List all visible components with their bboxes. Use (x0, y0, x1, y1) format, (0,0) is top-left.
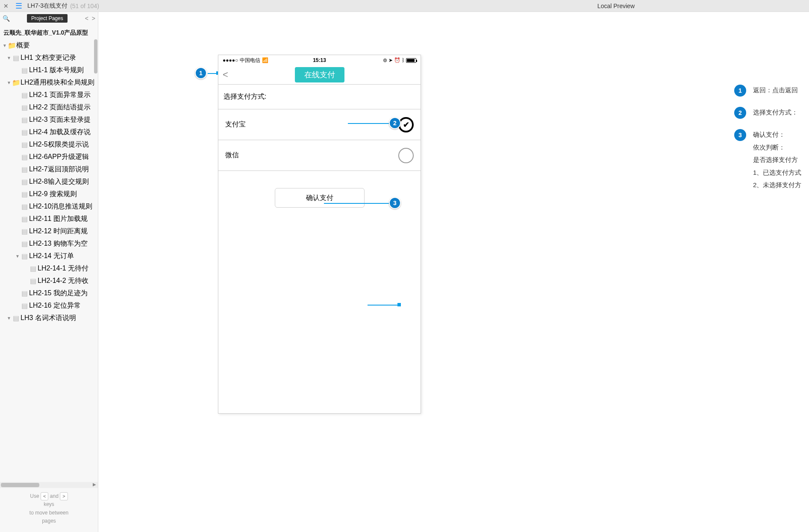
close-icon[interactable]: ✕ (3, 3, 11, 9)
phone-mockup: ●●●●○ 中国电信 📶 15:13 ⊚ ➤ ⏰ ᛒ < 在线支付 选择支付方式… (218, 55, 421, 414)
tree-item-label: LH2通用模块和全局规则 (21, 78, 94, 87)
tree-item-label: LH2-8输入提交规则 (29, 177, 89, 186)
local-preview-label: Local Preview (597, 3, 635, 9)
tree-item-label: LH2-11 图片加载规 (29, 215, 88, 223)
tree-item[interactable]: ▤LH2-13 购物车为空 (0, 238, 98, 250)
next-page-icon[interactable]: > (92, 15, 95, 22)
carrier-label: 中国电信 (240, 57, 260, 64)
payment-option-row[interactable]: 微信 (218, 140, 421, 171)
tree-item[interactable]: ▼📁概要 (0, 39, 98, 52)
annotation-marker[interactable]: 3 (734, 129, 746, 141)
tree-item[interactable]: ▼📁LH2通用模块和全局规则 (0, 76, 98, 89)
tree-item[interactable]: ▼▤LH3 名词术语说明 (0, 312, 98, 324)
nav-icon: ➤ (388, 57, 393, 63)
page-icon: ▤ (21, 289, 28, 297)
tree-item-label: LH1-1 版本号规则 (29, 66, 84, 75)
top-header: ✕ ☰ LH7-3在线支付 (51 of 104) Local Preview (0, 0, 809, 12)
tree-item[interactable]: ▤LH2-12 时间距离规 (0, 225, 98, 238)
tree-item[interactable]: ▤LH2-11 图片加载规 (0, 213, 98, 225)
page-icon: ▤ (21, 103, 28, 112)
tree-item-label: LH2-14-1 无待付 (38, 264, 88, 273)
alarm-icon: ⏰ (394, 57, 400, 63)
tree-item-label: LH2-5权限类提示说 (29, 140, 89, 149)
annotation-marker[interactable]: 1 (734, 85, 746, 97)
page-icon: ▤ (21, 203, 28, 211)
sidebar-vscrollbar[interactable] (94, 39, 98, 482)
page-icon: ▤ (21, 240, 28, 248)
page-icon: ▤ (21, 252, 28, 260)
tree-caret-icon[interactable]: ▼ (6, 80, 12, 85)
tree-item[interactable]: ▤LH2-8输入提交规则 (0, 176, 98, 188)
tree-item[interactable]: ▤LH2-10消息推送规则 (0, 200, 98, 213)
page-icon: ▤ (21, 116, 28, 124)
tree-item[interactable]: ▤LH2-15 我的足迹为 (0, 287, 98, 300)
tree-item-label: LH3 名词术语说明 (21, 314, 76, 323)
tree-item-label: LH2-7返回顶部说明 (29, 165, 89, 174)
connector-line (348, 123, 389, 124)
tree-item[interactable]: ▤LH2-5权限类提示说 (0, 138, 98, 151)
bluetooth-icon: ᛒ (402, 57, 405, 63)
hamburger-icon[interactable]: ☰ (15, 1, 22, 11)
project-pages-pill[interactable]: Project Pages (27, 14, 68, 23)
page-icon: ▤ (12, 314, 20, 322)
annotation-marker[interactable]: 2 (734, 107, 746, 119)
page-icon: ▤ (29, 277, 37, 285)
tree-item[interactable]: ▤LH2-7返回顶部说明 (0, 163, 98, 176)
tree-item-label: LH2-15 我的足迹为 (29, 289, 88, 298)
preview-canvas: 1 ●●●●○ 中国电信 📶 15:13 ⊚ ➤ ⏰ ᛒ (98, 12, 809, 532)
connector-line (324, 203, 389, 204)
selection-handle[interactable] (397, 303, 401, 306)
tree-item-label: LH2-3 页面未登录提 (29, 115, 91, 124)
tree-caret-icon[interactable]: ▼ (2, 43, 8, 48)
tree-item[interactable]: ▤LH2-4 加载及缓存说 (0, 126, 98, 138)
back-icon[interactable]: < (223, 69, 228, 80)
tree-item-label: LH1 文档变更记录 (21, 53, 76, 62)
tree-item[interactable]: ▤LH2-6APP升级逻辑 (0, 151, 98, 163)
prev-page-icon[interactable]: < (85, 15, 88, 22)
tree-item[interactable]: ▼▤LH2-14 无订单 (0, 250, 98, 262)
status-bar: ●●●●○ 中国电信 📶 15:13 ⊚ ➤ ⏰ ᛒ (218, 55, 421, 65)
tree-item[interactable]: ▤LH2-14-1 无待付 (0, 262, 98, 275)
tree-item[interactable]: ▤LH2-14-2 无待收 (0, 275, 98, 287)
tree-item[interactable]: ▤LH2-3 页面未登录提 (0, 114, 98, 126)
project-name: 云顺先_联华超市_V1.0产品原型 (0, 25, 98, 39)
tree-item-label: LH2-2 页面结语提示 (29, 103, 91, 112)
sidebar-hscrollbar[interactable]: ▶ (0, 482, 98, 488)
annotation-item: 3确认支付：依次判断：是否选择支付方1、已选支付方式2、未选择支付方 (734, 129, 809, 192)
annotations-panel: 1返回：点击返回2选择支付方式：3确认支付：依次判断：是否选择支付方1、已选支付… (734, 85, 809, 203)
nav-bar: < 在线支付 (218, 65, 421, 84)
callout-marker-1[interactable]: 1 (195, 67, 207, 79)
tree-item-label: LH2-12 时间距离规 (29, 227, 88, 236)
tree-item[interactable]: ▤LH2-16 定位异常 (0, 300, 98, 312)
tree-item-label: 概要 (16, 41, 30, 50)
right-keycap-icon: > (60, 492, 68, 501)
page-icon: ▤ (21, 227, 28, 235)
tree-item-label: LH2-13 购物车为空 (29, 239, 88, 248)
page-icon: ▤ (21, 153, 28, 161)
tree-item-label: LH2-14-2 无待收 (38, 276, 88, 285)
callout-marker-2[interactable]: 2 (389, 117, 401, 129)
tree-item[interactable]: ▤LH2-2 页面结语提示 (0, 101, 98, 114)
page-icon: ▤ (12, 54, 20, 62)
tree-item[interactable]: ▤LH2-1 页面异常显示 (0, 89, 98, 101)
signal-icon: ●●●●○ (223, 57, 238, 63)
tree-caret-icon[interactable]: ▼ (6, 56, 12, 60)
callout-marker-3[interactable]: 3 (389, 197, 401, 209)
tree-caret-icon[interactable]: ▼ (6, 316, 12, 320)
page-icon: ▤ (21, 302, 28, 310)
annotation-text: 确认支付：依次判断：是否选择支付方1、已选支付方式2、未选择支付方 (753, 129, 801, 192)
tree-item[interactable]: ▤LH1-1 版本号规则 (0, 64, 98, 76)
battery-icon (406, 58, 416, 63)
confirm-pay-button[interactable]: 确认支付 (275, 188, 365, 208)
radio-icon[interactable] (398, 148, 414, 163)
tree-item[interactable]: ▼▤LH1 文档变更记录 (0, 52, 98, 64)
tree-caret-icon[interactable]: ▼ (15, 254, 21, 259)
nav-title: 在线支付 (295, 67, 344, 82)
wifi-icon: 📶 (262, 57, 268, 63)
search-icon[interactable]: 🔍 (3, 15, 10, 22)
left-keycap-icon: < (41, 492, 48, 501)
page-position: (51 of 104) (70, 3, 99, 9)
tree-item[interactable]: ▤LH2-9 搜索规则 (0, 188, 98, 200)
folder-icon: 📁 (8, 41, 15, 50)
page-icon: ▤ (21, 128, 28, 136)
